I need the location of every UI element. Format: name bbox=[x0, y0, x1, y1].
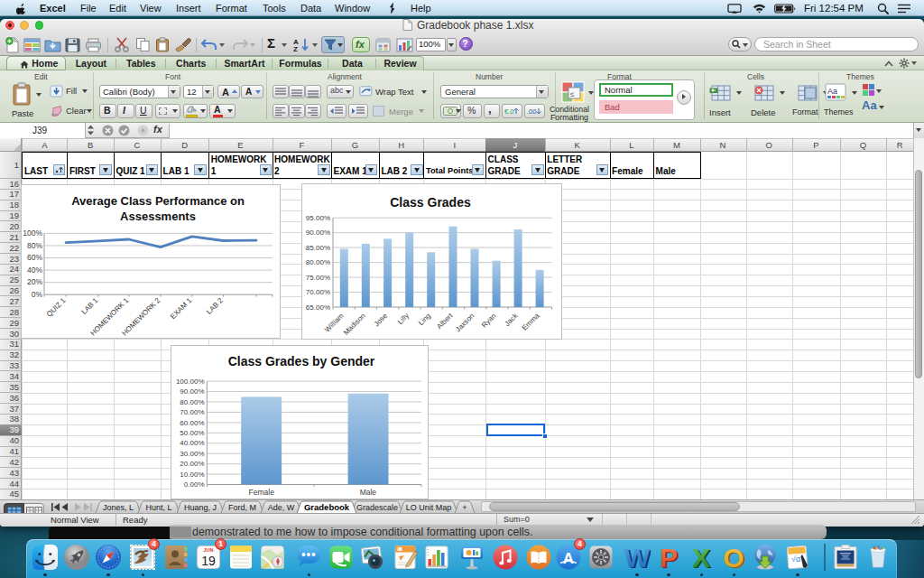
svg-text:Assessments: Assessments bbox=[120, 210, 196, 223]
svg-text:O: O bbox=[724, 544, 744, 571]
svg-text:80%: 80% bbox=[26, 241, 42, 250]
svg-text:Aa: Aa bbox=[827, 87, 837, 96]
svg-text:Emma: Emma bbox=[521, 312, 541, 332]
svg-text:EXAM 1: EXAM 1 bbox=[169, 296, 194, 322]
svg-text:P: P bbox=[660, 544, 678, 571]
svg-text:Madison: Madison bbox=[342, 312, 367, 337]
svg-text:LAB 2: LAB 2 bbox=[205, 296, 225, 316]
svg-text:90.00%: 90.00% bbox=[180, 387, 204, 396]
svg-text:Jack: Jack bbox=[504, 312, 521, 329]
svg-text:0%: 0% bbox=[31, 290, 42, 299]
svg-text:Female: Female bbox=[249, 488, 275, 497]
svg-text:Class Grades: Class Grades bbox=[390, 195, 471, 210]
svg-text:Gradescale: Gradescale bbox=[356, 503, 398, 512]
svg-text:95.00%: 95.00% bbox=[306, 214, 330, 222]
svg-text:20.00%: 20.00% bbox=[180, 461, 204, 469]
svg-text:W: W bbox=[624, 544, 650, 571]
svg-text:30.00%: 30.00% bbox=[180, 450, 204, 458]
svg-text:Ling: Ling bbox=[417, 312, 432, 327]
svg-text:10.00%: 10.00% bbox=[180, 471, 204, 479]
svg-text:Gradebook: Gradebook bbox=[304, 502, 350, 512]
svg-text:Huang, J: Huang, J bbox=[184, 503, 217, 512]
svg-text:60%: 60% bbox=[26, 254, 42, 263]
svg-text:√α: √α bbox=[791, 555, 800, 564]
svg-text:40.00%: 40.00% bbox=[180, 440, 204, 448]
svg-text:65.00%: 65.00% bbox=[306, 303, 330, 312]
svg-text:Lilly: Lilly bbox=[396, 312, 411, 326]
svg-text:Jaxson: Jaxson bbox=[454, 312, 476, 333]
svg-text:Ade, W: Ade, W bbox=[268, 503, 295, 512]
svg-text:JUN: JUN bbox=[204, 547, 214, 553]
svg-text:100%: 100% bbox=[23, 229, 42, 238]
svg-text:19: 19 bbox=[202, 554, 217, 568]
svg-text:70.00%: 70.00% bbox=[306, 288, 330, 296]
svg-text:Albert: Albert bbox=[435, 312, 455, 331]
svg-text:LO Unit Map: LO Unit Map bbox=[406, 503, 452, 512]
svg-text:40%: 40% bbox=[26, 266, 42, 275]
svg-text:70.00%: 70.00% bbox=[180, 408, 204, 416]
svg-text:€.0: €.0 bbox=[504, 107, 513, 116]
svg-text:85.00%: 85.00% bbox=[306, 244, 330, 252]
svg-text:100.00%: 100.00% bbox=[176, 378, 205, 386]
svg-text:60.00%: 60.00% bbox=[180, 419, 204, 427]
svg-text:0.00%: 0.00% bbox=[184, 480, 205, 489]
svg-text:20%: 20% bbox=[26, 278, 42, 287]
svg-text:+: + bbox=[462, 503, 467, 512]
svg-text:50.00%: 50.00% bbox=[180, 429, 204, 437]
svg-text:Z: Z bbox=[293, 45, 298, 52]
svg-text:Jose: Jose bbox=[373, 312, 390, 329]
svg-text:75.00%: 75.00% bbox=[306, 274, 330, 282]
svg-text:Jones, L: Jones, L bbox=[103, 503, 134, 512]
svg-text:Ryan: Ryan bbox=[480, 312, 498, 330]
svg-text:QUIZ 1: QUIZ 1 bbox=[44, 296, 67, 319]
svg-text:LAB 1: LAB 1 bbox=[79, 296, 99, 316]
svg-text:Average Class Performance on: Average Class Performance on bbox=[71, 194, 245, 208]
svg-text:Male: Male bbox=[360, 488, 377, 497]
svg-text:Ford, M: Ford, M bbox=[228, 503, 256, 512]
svg-text:Class Grades by Gender: Class Grades by Gender bbox=[228, 354, 375, 368]
svg-text:Hunt, L: Hunt, L bbox=[145, 503, 171, 512]
svg-text:.00: .00 bbox=[527, 107, 536, 116]
svg-text:80.00%: 80.00% bbox=[180, 398, 204, 406]
svg-text:80.00%: 80.00% bbox=[306, 258, 330, 266]
svg-text:≤: ≤ bbox=[570, 90, 575, 98]
svg-text:A: A bbox=[563, 549, 574, 566]
svg-text:X: X bbox=[692, 544, 710, 571]
svg-text:90.00%: 90.00% bbox=[306, 229, 330, 238]
